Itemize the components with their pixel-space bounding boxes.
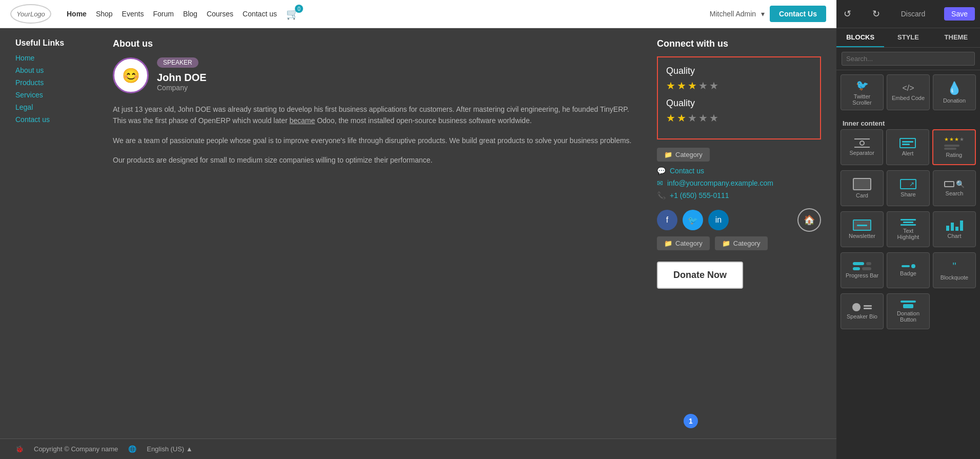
phone-link[interactable]: +1 (650) 555-0111: [670, 191, 729, 199]
donate-button[interactable]: Donate Now: [657, 262, 743, 289]
became-link[interactable]: became: [289, 116, 315, 125]
badge-icon: [902, 264, 915, 268]
twitter-button[interactable]: 🐦: [683, 210, 703, 230]
block-newsletter[interactable]: Newsletter: [841, 211, 884, 247]
nav-events[interactable]: Events: [122, 10, 144, 18]
cart-icon[interactable]: 🛒 0: [286, 8, 299, 20]
save-button[interactable]: Save: [944, 7, 975, 21]
blocks-row-4: Progress Bar Badge " Blockquote: [841, 252, 976, 288]
blocks-row-3: Newsletter TextHighlight Chart: [841, 211, 976, 247]
rating-item-1: Quality ★ ★ ★ ★ ★: [666, 66, 812, 92]
folder-icon-2: 📁: [664, 240, 672, 247]
globe-icon: 🌐: [128, 445, 136, 453]
progressbar-label: Progress Bar: [846, 272, 878, 278]
nav-forum[interactable]: Forum: [153, 10, 173, 18]
block-blockquote[interactable]: " Blockquote: [933, 252, 976, 288]
stars-2: ★ ★ ★ ★ ★: [666, 112, 812, 124]
tab-theme[interactable]: THEME: [932, 28, 980, 47]
block-search[interactable]: 🔍 Search: [933, 170, 976, 206]
contact-us-button[interactable]: Contact Us: [770, 6, 826, 22]
redo-button[interactable]: ↻: [870, 6, 882, 22]
sidebar-item-contact[interactable]: Contact us: [15, 115, 97, 124]
category-button-3[interactable]: 📁 Category: [715, 236, 768, 250]
block-rating[interactable]: ★ ★ ★ ★ Rating: [932, 129, 976, 165]
search-input[interactable]: [842, 52, 975, 66]
rating-label-1: Quality: [666, 66, 812, 76]
star: ★: [709, 112, 718, 124]
block-donation[interactable]: 💧 Donation: [933, 74, 976, 110]
block-badge[interactable]: Badge: [887, 252, 930, 288]
navbar: YourLogo Home Shop Events Forum Blog Cou…: [0, 0, 836, 28]
block-alert[interactable]: Alert: [886, 129, 929, 165]
block-chart[interactable]: Chart: [933, 211, 976, 247]
category-label-2: Category: [675, 240, 703, 247]
contact-us-link[interactable]: Contact us: [670, 167, 704, 175]
email-link[interactable]: info@yourcompany.example.com: [667, 179, 773, 187]
block-twitter-scroller[interactable]: 🐦 TwitterScroller: [841, 74, 884, 110]
linkedin-button[interactable]: in: [708, 210, 729, 230]
body-section: Useful Links Home About us Products Serv…: [0, 28, 836, 438]
sidebar-item-home[interactable]: Home: [15, 54, 97, 62]
speakerbio-label: Speaker Bio: [847, 313, 877, 320]
panel-search-area: [836, 48, 980, 70]
tab-style[interactable]: STYLE: [884, 28, 932, 47]
block-separator[interactable]: Separator: [841, 129, 883, 165]
notification-bubble[interactable]: 1: [684, 414, 698, 428]
donationbtn-label: DonationButton: [897, 310, 919, 323]
alert-label: Alert: [902, 150, 914, 156]
progressbar-icon: [853, 262, 871, 270]
facebook-button[interactable]: f: [657, 210, 677, 230]
nav-blog[interactable]: Blog: [183, 10, 197, 18]
sidebar-item-legal[interactable]: Legal: [15, 103, 97, 111]
chart-icon: [946, 219, 963, 231]
star: ★: [688, 112, 697, 124]
bug-icon: 🐞: [15, 445, 24, 453]
email-icon: ✉: [657, 179, 663, 187]
phone-icon: 📞: [657, 191, 666, 199]
nav-home[interactable]: Home: [67, 10, 87, 18]
nav-contact[interactable]: Contact us: [243, 10, 277, 18]
language-selector[interactable]: English (US) ▲: [147, 445, 192, 453]
blocks-row-1: Separator Alert ★ ★: [841, 129, 976, 165]
category-button-2[interactable]: 📁 Category: [657, 236, 710, 250]
texthighlight-label: TextHighlight: [897, 228, 919, 240]
sidebar-item-products[interactable]: Products: [15, 78, 97, 87]
rating-icon: ★ ★ ★ ★: [944, 136, 964, 150]
card-label: Card: [856, 192, 868, 198]
search-label: Search: [946, 190, 964, 196]
nav-shop[interactable]: Shop: [96, 10, 113, 18]
undo-button[interactable]: ↺: [842, 6, 853, 22]
block-texthighlight[interactable]: TextHighlight: [887, 211, 930, 247]
sidebar-title: Useful Links: [15, 38, 97, 48]
scroll-items-row: 🐦 TwitterScroller </> Embed Code 💧 Donat…: [841, 74, 976, 110]
sidebar-item-services[interactable]: Services: [15, 91, 97, 99]
logo[interactable]: YourLogo: [10, 4, 51, 24]
block-progressbar[interactable]: Progress Bar: [841, 252, 884, 288]
star: ★: [698, 112, 708, 124]
block-speakerbio[interactable]: Speaker Bio: [841, 293, 884, 329]
panel-tabs: BLOCKS STYLE THEME: [836, 28, 980, 48]
block-share[interactable]: ↗ Share: [887, 170, 930, 206]
block-card[interactable]: Card: [841, 170, 884, 206]
bio-paragraph-3: Our products are designed for small to m…: [113, 154, 642, 166]
block-donationbtn[interactable]: DonationButton: [887, 293, 930, 329]
home-circle-button[interactable]: 🏠: [797, 208, 821, 232]
category-button-1[interactable]: 📁 Category: [657, 148, 710, 162]
nav-links: Home Shop Events Forum Blog Courses Cont…: [67, 8, 710, 20]
newsletter-label: Newsletter: [849, 233, 875, 239]
star: ★: [677, 79, 686, 92]
folder-icon: 📁: [664, 151, 672, 158]
block-embed-code[interactable]: </> Embed Code: [887, 74, 930, 110]
card-icon: [853, 178, 871, 190]
discard-button[interactable]: Discard: [899, 8, 927, 20]
share-label: Share: [901, 191, 915, 197]
nav-courses[interactable]: Courses: [207, 10, 233, 18]
right-panel: ↺ ↻ Discard Save BLOCKS STYLE THEME 🐦 Tw…: [836, 0, 980, 459]
center-content: About us 😊 SPEAKER John DOE Company At j…: [113, 38, 642, 428]
donationbtn-icon: [901, 301, 916, 308]
admin-menu[interactable]: Mitchell Admin ▾: [710, 10, 765, 18]
twitter-scroller-label: TwitterScroller: [852, 93, 871, 106]
sidebar-item-about[interactable]: About us: [15, 66, 97, 74]
separator-label: Separator: [850, 150, 874, 156]
tab-blocks[interactable]: BLOCKS: [836, 28, 884, 47]
